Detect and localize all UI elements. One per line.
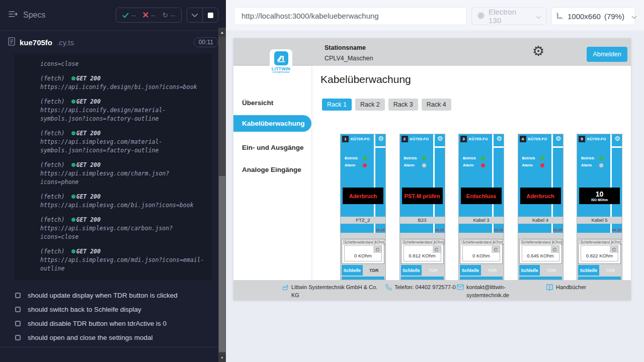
pending-refresh-icon: ↻ xyxy=(163,11,169,19)
log-entry[interactable]: (fetch)GET 200 https://api.iconify.desig… xyxy=(40,74,206,92)
collapse-chevron-button[interactable] xyxy=(187,8,202,23)
refresh-icon[interactable] xyxy=(492,246,500,253)
device-card-5: 5KÜ705-FO ⚙ Betrieb Alarm 10ISO MOhm Kab… xyxy=(577,134,622,280)
cable-name: Kabel 3 xyxy=(459,217,504,224)
scrollbar-up-icon[interactable]: ▲ xyxy=(218,28,226,37)
scrollbar-down-icon[interactable]: ▼ xyxy=(218,353,226,362)
log-entry[interactable]: (fetch)GET 200 https://api.simplesvg.com… xyxy=(40,129,206,155)
card-gear-icon[interactable]: ⚙ xyxy=(437,135,443,142)
status-message: Aderbruch xyxy=(343,188,383,204)
email-icon xyxy=(457,284,464,300)
refresh-icon[interactable] xyxy=(433,246,441,253)
pending-test-list: should update display when TDR button is… xyxy=(0,288,226,344)
scrollbar-thumb[interactable] xyxy=(219,176,225,352)
tab-rack-1[interactable]: Rack 1 xyxy=(322,99,352,111)
viewport-select[interactable]: 1000x660 (79%) xyxy=(551,7,635,25)
test-item[interactable]: should update display when TDR button is… xyxy=(15,288,216,302)
specs-menu[interactable]: Specs xyxy=(8,10,45,20)
station-label: Stationsname xyxy=(325,44,373,51)
status-message: PST-M prüfen xyxy=(402,188,443,204)
passed-check-icon xyxy=(122,13,129,18)
settings-gear-icon[interactable]: ⚙ xyxy=(532,44,544,58)
app-header: LITTWIN SYSTEMTECHNIK Stationsname CPLV4… xyxy=(233,38,631,66)
log-entry[interactable]: (fetch)GET 200 https://api.simplesvg.com… xyxy=(40,216,206,241)
betrieb-led xyxy=(599,156,603,160)
littwin-logo-icon xyxy=(274,51,288,65)
request-ok-dot xyxy=(71,195,75,199)
status-message: Aderbruch xyxy=(520,188,561,204)
tab-rack-3[interactable]: Rack 3 xyxy=(388,99,418,111)
test-item[interactable]: should open and close the settings modal xyxy=(15,330,216,344)
test-item[interactable]: should switch back to Schleife display xyxy=(15,302,216,316)
log-entry[interactable]: (fetch)GET 200 https://api.simplesvg.com… xyxy=(40,161,206,187)
schleife-button[interactable]: Schleife xyxy=(460,265,481,276)
stat-pending: ↻ -- xyxy=(163,11,175,19)
specs-menu-icon xyxy=(8,10,18,20)
sidebar-item-ein-und-ausgaenge[interactable]: Ein- und Ausgänge xyxy=(242,144,304,151)
log-entry[interactable]: (fetch)GET 200 https://api.iconify.desig… xyxy=(40,98,206,123)
tab-rack-2[interactable]: Rack 2 xyxy=(355,99,385,111)
sidebar-item-uebersicht[interactable]: Übersicht xyxy=(242,99,273,107)
page-title: Kabelüberwachung xyxy=(320,73,411,85)
test-stats: -- -- ↻ -- xyxy=(116,8,182,23)
stat-passed: -- xyxy=(122,12,136,19)
device-card-3: 3KÜ705-FO ⚙ Betrieb Alarm Erdschluss Kab… xyxy=(458,134,504,280)
tdr-button[interactable]: TDR xyxy=(541,265,562,276)
log-continuation[interactable]: icons=close xyxy=(40,60,206,68)
refresh-icon[interactable] xyxy=(610,246,618,253)
resistance-value: 0 KOhm xyxy=(345,253,381,258)
spec-row[interactable]: kue705fo.cy.ts 00:11 xyxy=(0,31,226,54)
device-card-1: 1KÜ705-FO ⚙ Betrieb Alarm Aderbruch FTZ_… xyxy=(340,134,386,280)
card-gear-icon[interactable]: ⚙ xyxy=(555,135,561,142)
footer-manuals[interactable]: Handbücher xyxy=(546,284,586,293)
card-gear-icon[interactable]: ⚙ xyxy=(378,135,384,142)
refresh-icon[interactable] xyxy=(373,246,381,253)
log-entry[interactable]: (fetch)GET 200 https://api.simplesvg.com… xyxy=(40,247,206,273)
card-model: KÜ705-FO xyxy=(410,137,429,141)
tdr-button[interactable]: TDR xyxy=(600,265,621,276)
card-gear-icon[interactable]: ⚙ xyxy=(496,135,502,142)
card-number: 4 xyxy=(520,136,526,142)
cable-name: Kabel 5 xyxy=(577,217,622,224)
test-item[interactable]: should disable TDR button when tdrActive… xyxy=(15,316,216,330)
schleife-button[interactable]: Schleife xyxy=(342,265,363,276)
request-ok-dot xyxy=(71,218,75,222)
alarm-led xyxy=(599,163,603,167)
schleife-button[interactable]: Schleife xyxy=(519,265,540,276)
logout-button[interactable]: Abmelden xyxy=(587,47,627,62)
request-ok-dot xyxy=(71,76,75,80)
schleife-button[interactable]: Schleife xyxy=(401,265,422,276)
address-bar[interactable]: http://localhost:3000/kabelueberwachung xyxy=(234,7,467,25)
log-entry[interactable]: (fetch)GET 200 https://api.simplesvg.com… xyxy=(40,193,206,210)
book-icon xyxy=(546,284,553,293)
sidebar-item-kabelueberwachung[interactable]: Kabelüberwachung xyxy=(233,115,311,132)
aut-iframe: LITTWIN SYSTEMTECHNIK Stationsname CPLV4… xyxy=(233,38,631,300)
footer-email[interactable]: kontakt@littwin-systemtechnik.de xyxy=(457,284,523,300)
cable-name: Kabel 4 xyxy=(518,217,563,224)
schleife-button[interactable]: Schleife xyxy=(578,265,599,276)
betrieb-led xyxy=(422,156,426,160)
spec-timer: 00:11 xyxy=(194,37,218,47)
tdr-button[interactable]: TDR xyxy=(364,265,385,276)
station-value: CPLV4_Maschen xyxy=(325,55,373,62)
tdr-button[interactable]: TDR xyxy=(482,265,503,276)
card-gear-icon[interactable]: ⚙ xyxy=(614,135,620,142)
stop-button[interactable] xyxy=(203,8,218,23)
spec-ext: .cy.ts xyxy=(57,38,74,47)
cable-name: FTZ_2 xyxy=(341,217,385,224)
resistance-panel: Schleifenwiderstand [kOhm] 0 KOhm xyxy=(342,239,384,264)
request-ok-dot xyxy=(71,131,75,135)
test-pending-icon xyxy=(15,307,21,312)
runner-scrollbar[interactable]: ▲ ▼ xyxy=(218,28,226,362)
tab-rack-4[interactable]: Rack 4 xyxy=(422,99,451,111)
sidebar-item-analoge-eingaenge[interactable]: Analoge Eingänge xyxy=(242,166,301,173)
card-number: 3 xyxy=(460,136,467,142)
spec-file-icon xyxy=(8,37,15,48)
resistance-value: 0 KOhm xyxy=(463,253,500,258)
tdr-button[interactable]: TDR xyxy=(423,265,444,276)
viewport-ruler-icon xyxy=(556,12,564,21)
resistance-value: 0.812 KOhm xyxy=(404,253,441,258)
refresh-icon[interactable] xyxy=(551,246,559,253)
browser-select[interactable]: Electron 130 xyxy=(471,7,547,25)
resistance-panel: Schleifenwiderstand [kOhm] 0.822 KOhm xyxy=(578,239,621,264)
